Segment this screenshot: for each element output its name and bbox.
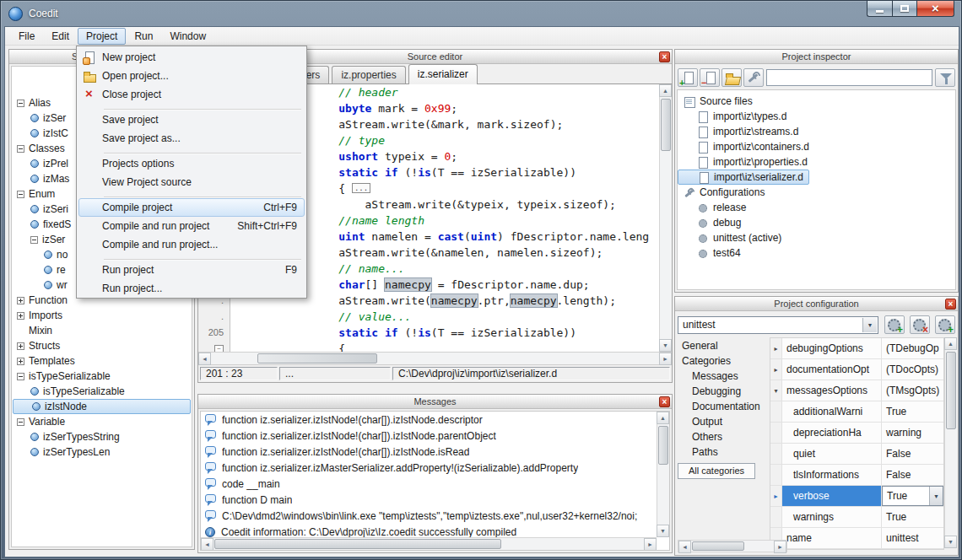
menu-item[interactable]: View Project source (78, 173, 305, 191)
property-name[interactable]: verbose (782, 486, 882, 506)
symbol-tree-item[interactable]: Imports (12, 308, 192, 323)
property-expander-icon[interactable] (770, 423, 782, 443)
scroll-left-icon[interactable] (198, 353, 211, 365)
config-category[interactable]: Output (678, 414, 767, 429)
menu-item[interactable]: Save project as... (78, 129, 305, 148)
menu-item[interactable]: Projects options (78, 154, 305, 173)
tree-toggle-icon[interactable] (17, 145, 24, 153)
message-row[interactable]: code __main (201, 476, 657, 492)
menu-item[interactable]: Run project F9 (78, 261, 305, 279)
inspector-tool-button[interactable] (700, 68, 720, 87)
config-category[interactable]: Documentation (678, 399, 767, 414)
scrollbar-thumb[interactable] (946, 352, 956, 429)
menu-item[interactable]: Run project... (78, 279, 305, 298)
property-value[interactable]: True (882, 507, 943, 527)
property-expander-icon[interactable] (770, 507, 782, 527)
property-row[interactable]: name unittest (770, 528, 943, 549)
scroll-down-icon[interactable] (657, 525, 669, 537)
menu-item[interactable]: Compile and run project... (78, 235, 305, 254)
menu-item[interactable] (78, 148, 305, 154)
inspector-tree-item[interactable]: import\iz\types.d (678, 109, 786, 124)
property-row[interactable]: quiet False (770, 444, 943, 465)
property-expander-icon[interactable] (770, 444, 782, 464)
config-category[interactable]: Debugging (678, 384, 767, 399)
scroll-down-icon[interactable] (659, 339, 672, 352)
inspector-tree-item[interactable]: import\iz\serializer.d (678, 170, 809, 185)
property-expander-icon[interactable] (770, 359, 782, 380)
inspector-tree-item[interactable]: release (678, 200, 746, 215)
editor-tab[interactable]: iz.properties (332, 66, 405, 83)
menu-item[interactable]: Save project (78, 110, 305, 129)
messages-horizontal-scrollbar[interactable] (201, 537, 657, 550)
symbol-tree-item[interactable]: Variable (12, 414, 192, 429)
message-row[interactable]: C:\Dev\dmd2\windows\bin\link.exe "temp\i… (201, 508, 657, 524)
config-gear-button[interactable] (910, 315, 930, 334)
config-category[interactable]: Categories (678, 353, 767, 369)
property-value[interactable]: True (882, 401, 943, 422)
inspector-tool-button[interactable] (722, 68, 742, 87)
property-value[interactable]: True (882, 486, 943, 506)
scrollbar-thumb[interactable] (661, 99, 671, 151)
close-button[interactable] (916, 1, 954, 17)
scroll-left-icon[interactable] (201, 538, 213, 551)
property-expander-icon[interactable] (770, 465, 782, 485)
property-expander-icon[interactable] (770, 380, 782, 401)
message-row[interactable]: function iz.serializer.izIstNode!(char[]… (201, 444, 657, 460)
chevron-down-icon[interactable] (862, 318, 877, 332)
inspector-tree-item[interactable]: import\iz\properties.d (678, 154, 808, 170)
inspector-filter-input[interactable] (766, 69, 932, 86)
scroll-right-icon[interactable] (644, 538, 657, 551)
property-row[interactable]: documentationOpt (TDocOpts) (770, 359, 943, 380)
menu-item[interactable] (78, 191, 305, 198)
property-value[interactable]: warning (882, 423, 943, 443)
minimize-button[interactable] (867, 1, 892, 17)
menubar-item[interactable]: Edit (43, 28, 78, 45)
inspector-tree-item[interactable]: test64 (678, 245, 741, 261)
property-name[interactable]: debugingOptions (782, 338, 882, 358)
tree-toggle-icon[interactable] (17, 358, 24, 365)
message-row[interactable]: function iz.serializer.izIstNode!(char[]… (201, 428, 657, 444)
message-row[interactable]: Coedit information: C:\Dev\dproj\iz\Iz.c… (201, 524, 657, 537)
scroll-down-icon[interactable] (944, 536, 957, 548)
inspector-tree-item[interactable]: Configurations (678, 185, 765, 200)
scroll-up-icon[interactable] (657, 412, 669, 424)
property-name[interactable]: warnings (782, 507, 882, 527)
menubar-item[interactable]: Run (126, 28, 161, 45)
grid-vertical-scrollbar[interactable] (944, 337, 957, 548)
menubar-item[interactable]: File (10, 28, 43, 45)
symbol-tree-item[interactable]: izSerTypesString (12, 429, 192, 444)
inspector-tree-item[interactable]: Source files (678, 94, 753, 109)
property-name[interactable]: depreciationHa (782, 423, 882, 443)
symbol-tree-item[interactable]: izIstNode (13, 399, 191, 414)
scrollbar-thumb[interactable] (658, 426, 668, 465)
editor-vertical-scrollbar[interactable] (659, 84, 672, 352)
scroll-right-icon[interactable] (659, 353, 672, 365)
symbol-tree-item[interactable]: Mixin (12, 323, 192, 338)
editor-tab[interactable]: iz.serializer (408, 64, 478, 84)
config-gear-button[interactable] (935, 315, 955, 334)
inspector-tool-button[interactable] (678, 68, 698, 87)
editor-horizontal-scrollbar[interactable] (198, 352, 672, 364)
filter-button[interactable] (935, 68, 955, 87)
all-categories-button[interactable]: All categories (678, 463, 755, 479)
config-gear-button[interactable] (884, 315, 905, 334)
configuration-selector[interactable]: unittest (678, 316, 878, 334)
menu-item[interactable]: Open project... (78, 67, 305, 85)
project-configuration-header[interactable]: Project configuration (675, 297, 958, 311)
property-row[interactable]: additionalWarni True (770, 401, 943, 423)
config-category[interactable]: General (678, 338, 767, 353)
config-horizontal-scrollbar[interactable] (678, 540, 787, 552)
tree-toggle-icon[interactable] (17, 418, 24, 426)
title-bar[interactable]: Coedit (1, 1, 961, 26)
property-row[interactable]: depreciationHa warning (770, 423, 943, 444)
property-value[interactable]: (TMsgOpts) (882, 380, 943, 401)
property-name[interactable]: tlsInformations (782, 465, 882, 485)
inspector-tree-item[interactable]: debug (678, 215, 741, 230)
property-value[interactable]: (TDebugOp (882, 338, 943, 358)
property-value[interactable]: unittest (882, 528, 943, 548)
tree-toggle-icon[interactable] (17, 373, 24, 380)
menubar-item[interactable]: Project (78, 28, 126, 45)
messages-vertical-scrollbar[interactable] (657, 412, 669, 537)
property-name[interactable]: quiet (782, 444, 882, 464)
property-value[interactable]: False (882, 465, 943, 485)
